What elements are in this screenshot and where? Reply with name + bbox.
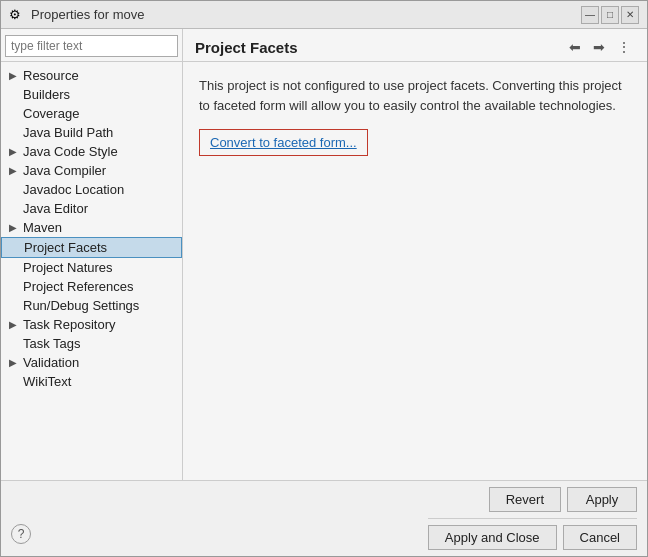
tree-item-label: WikiText bbox=[23, 374, 71, 389]
back-button[interactable]: ⬅ bbox=[565, 37, 585, 57]
apply-button[interactable]: Apply bbox=[567, 487, 637, 512]
tree-item[interactable]: ▶Maven bbox=[1, 218, 182, 237]
tree-arrow-icon: ▶ bbox=[9, 319, 21, 330]
tree-item[interactable]: Project References bbox=[1, 277, 182, 296]
main-header: Project Facets ⬅ ➡ ⋮ bbox=[183, 29, 647, 62]
tree-item[interactable]: ▶Java Compiler bbox=[1, 161, 182, 180]
revert-apply-row: Revert Apply bbox=[11, 487, 637, 512]
tree-item-label: Java Compiler bbox=[23, 163, 106, 178]
tree-arrow-icon: ▶ bbox=[9, 357, 21, 368]
tree-item-label: Task Tags bbox=[23, 336, 81, 351]
menu-button[interactable]: ⋮ bbox=[613, 37, 635, 57]
tree-item[interactable]: Java Editor bbox=[1, 199, 182, 218]
properties-window: ⚙ Properties for move — □ ✕ ▶ResourceBui… bbox=[0, 0, 648, 557]
tree-item[interactable]: ▶Validation bbox=[1, 353, 182, 372]
bottom-bar: Revert Apply ? Apply and Close Cancel bbox=[1, 480, 647, 556]
maximize-button[interactable]: □ bbox=[601, 6, 619, 24]
bottom-full-row: ? Apply and Close Cancel bbox=[11, 518, 637, 550]
header-actions: ⬅ ➡ ⋮ bbox=[565, 37, 635, 57]
tree-item[interactable]: Coverage bbox=[1, 104, 182, 123]
info-text: This project is not configured to use pr… bbox=[199, 76, 631, 115]
filter-wrap bbox=[1, 29, 182, 62]
close-button[interactable]: ✕ bbox=[621, 6, 639, 24]
tree-item-label: Java Editor bbox=[23, 201, 88, 216]
window-title: Properties for move bbox=[31, 7, 144, 22]
tree-item-label: Validation bbox=[23, 355, 79, 370]
filter-input[interactable] bbox=[5, 35, 178, 57]
apply-close-row: Apply and Close Cancel bbox=[428, 518, 637, 550]
tree-item[interactable]: ▶Task Repository bbox=[1, 315, 182, 334]
title-bar-controls: — □ ✕ bbox=[581, 6, 639, 24]
tree-item[interactable]: WikiText bbox=[1, 372, 182, 391]
tree-item-label: Project Natures bbox=[23, 260, 113, 275]
minimize-button[interactable]: — bbox=[581, 6, 599, 24]
tree-item-label: Java Code Style bbox=[23, 144, 118, 159]
sidebar: ▶ResourceBuildersCoverageJava Build Path… bbox=[1, 29, 183, 480]
apply-close-button[interactable]: Apply and Close bbox=[428, 525, 557, 550]
tree-item[interactable]: Project Facets bbox=[1, 237, 182, 258]
tree-item-label: Builders bbox=[23, 87, 70, 102]
tree-item[interactable]: Java Build Path bbox=[1, 123, 182, 142]
content-area: ▶ResourceBuildersCoverageJava Build Path… bbox=[1, 29, 647, 480]
tree-item-label: Task Repository bbox=[23, 317, 115, 332]
tree-item[interactable]: Task Tags bbox=[1, 334, 182, 353]
tree-arrow-icon: ▶ bbox=[9, 222, 21, 233]
cancel-button[interactable]: Cancel bbox=[563, 525, 637, 550]
tree-item-label: Javadoc Location bbox=[23, 182, 124, 197]
help-button[interactable]: ? bbox=[11, 524, 31, 544]
forward-button[interactable]: ➡ bbox=[589, 37, 609, 57]
tree-item-label: Coverage bbox=[23, 106, 79, 121]
tree-item[interactable]: Javadoc Location bbox=[1, 180, 182, 199]
tree-arrow-icon: ▶ bbox=[9, 165, 21, 176]
main-content: Project Facets ⬅ ➡ ⋮ This project is not… bbox=[183, 29, 647, 480]
tree-item[interactable]: Builders bbox=[1, 85, 182, 104]
tree-item-label: Java Build Path bbox=[23, 125, 113, 140]
tree-item[interactable]: ▶Resource bbox=[1, 66, 182, 85]
tree-item-label: Run/Debug Settings bbox=[23, 298, 139, 313]
tree-item-label: Project Facets bbox=[24, 240, 107, 255]
convert-link-box: Convert to faceted form... bbox=[199, 129, 368, 156]
tree-list: ▶ResourceBuildersCoverageJava Build Path… bbox=[1, 62, 182, 480]
main-body: This project is not configured to use pr… bbox=[183, 62, 647, 480]
tree-item-label: Maven bbox=[23, 220, 62, 235]
window-icon: ⚙ bbox=[9, 7, 25, 23]
tree-item[interactable]: Project Natures bbox=[1, 258, 182, 277]
convert-link[interactable]: Convert to faceted form... bbox=[210, 135, 357, 150]
tree-arrow-icon: ▶ bbox=[9, 146, 21, 157]
tree-item[interactable]: ▶Java Code Style bbox=[1, 142, 182, 161]
tree-item-label: Project References bbox=[23, 279, 134, 294]
tree-arrow-icon: ▶ bbox=[9, 70, 21, 81]
title-bar-left: ⚙ Properties for move bbox=[9, 7, 144, 23]
revert-button[interactable]: Revert bbox=[489, 487, 561, 512]
title-bar: ⚙ Properties for move — □ ✕ bbox=[1, 1, 647, 29]
main-section-title: Project Facets bbox=[195, 39, 298, 56]
tree-item[interactable]: Run/Debug Settings bbox=[1, 296, 182, 315]
tree-item-label: Resource bbox=[23, 68, 79, 83]
